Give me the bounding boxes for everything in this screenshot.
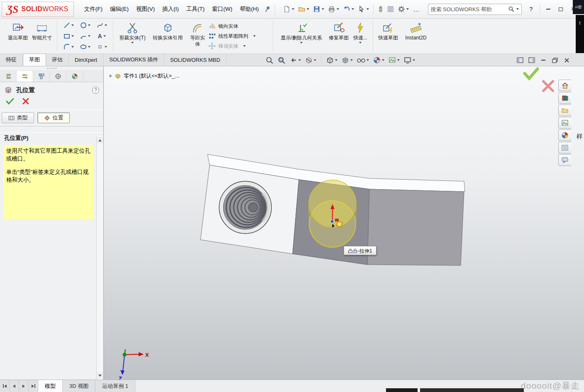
sketch-rectangle-button[interactable] [60,31,77,41]
quick-snaps-button[interactable]: 快速... [351,19,370,53]
section-view-button[interactable] [303,55,318,65]
doc-restore-button[interactable] [551,56,559,64]
instant2d-button[interactable]: Instant2D [400,19,432,53]
repair-sketch-button[interactable]: 修复草图 [327,19,351,53]
view-orientation-button[interactable] [325,55,339,65]
display-style-button[interactable] [340,55,354,65]
menu-help[interactable]: 帮助(H) [236,3,263,15]
dropdown-caret-icon[interactable] [71,35,74,37]
dropdown-caret-icon[interactable] [298,59,301,61]
next-tab-button[interactable] [19,380,29,392]
menu-file[interactable]: 文件(F) [81,3,106,15]
dropdown-caret-icon[interactable] [88,46,90,48]
apply-scene-button[interactable] [387,55,401,65]
dropdown-caret-icon[interactable] [105,24,107,26]
move-entities-button[interactable]: 移动实体 [208,42,270,51]
pin-icon[interactable] [263,5,273,14]
sketch-arc-button[interactable] [77,31,93,41]
dropdown-caret-icon[interactable] [382,59,384,61]
sketch-line-button[interactable] [60,20,77,31]
mirror-entities-button[interactable]: 镜向实体 [208,22,270,31]
tab-solidworks-mbd[interactable]: SOLIDWORKS MBD [164,54,227,66]
taskpane-forum-button[interactable] [558,154,571,166]
toolbar-more-button[interactable]: … [411,6,422,13]
open-button[interactable] [296,4,311,14]
menu-insert[interactable]: 插入(I) [159,3,183,15]
menu-edit[interactable]: 编辑(E) [106,3,132,15]
propertymanager-tab[interactable] [17,71,33,82]
menu-tools[interactable]: 工具(T) [183,3,208,15]
dropdown-caret-icon[interactable] [322,8,324,10]
dropdown-caret-icon[interactable] [105,46,107,48]
tab-evaluate[interactable]: 评估 [46,54,69,66]
rapid-sketch-button[interactable]: 快速草图 [376,19,400,53]
displaymanager-tab[interactable] [66,71,83,82]
tab-solidworks-addins[interactable]: SOLIDWORKS 插件 [103,54,164,66]
tab-motion-study[interactable]: 运动算例 1 [95,380,135,392]
help-button[interactable]: ? [525,4,538,15]
last-tab-button[interactable] [29,380,38,392]
tab-3d-views[interactable]: 3D 视图 [63,380,95,392]
confirm-cancel-icon[interactable] [543,81,553,91]
view-settings-button[interactable] [402,55,416,65]
dropdown-caret-icon[interactable] [337,8,339,10]
part-3d-view[interactable]: X Z [104,66,584,380]
select-cursor-button[interactable] [356,4,371,14]
minimize-button[interactable] [542,4,555,15]
dropdown-caret-icon[interactable] [71,46,74,48]
dropdown-caret-icon[interactable] [413,59,415,61]
scroll-up-button[interactable] [97,137,103,144]
zoom-to-fit-button[interactable] [264,55,275,65]
search-icon[interactable] [508,6,515,12]
offset-entities-button[interactable]: 等距实体 [187,19,208,53]
dropdown-caret-icon[interactable] [397,59,400,61]
menu-window[interactable]: 窗口(W) [208,3,236,15]
cancel-x-button[interactable] [22,98,29,105]
taskpane-resources-button[interactable] [558,80,571,91]
dropdown-caret-icon[interactable] [307,8,309,10]
dimxpertmanager-tab[interactable] [50,71,66,82]
tab-hole-type[interactable]: 类型 [2,112,34,123]
taskpane-file-explorer-button[interactable] [558,105,571,116]
help-search-box[interactable] [428,4,522,15]
graphics-viewport[interactable]: 零件1 (默认<<默认>_... [104,66,584,380]
scroll-down-button[interactable] [97,372,103,379]
new-document-button[interactable] [281,4,296,14]
sketch-spline-button[interactable] [93,20,110,31]
dropdown-caret-icon[interactable] [243,45,246,47]
dropdown-caret-icon[interactable] [314,59,316,61]
dropdown-caret-icon[interactable] [359,42,362,44]
taskpane-view-palette-button[interactable] [558,117,571,129]
dropdown-caret-icon[interactable] [71,24,74,26]
tab-model[interactable]: 模型 [38,380,63,392]
dropdown-caret-icon[interactable] [103,35,106,37]
sketch-circle-button[interactable] [77,20,93,31]
panel-splitter[interactable] [0,66,103,71]
dropdown-caret-icon[interactable] [292,8,294,10]
linear-sketch-pattern-button[interactable]: 线性草图阵列 [208,32,270,41]
dropdown-caret-icon[interactable] [352,8,354,10]
exit-sketch-button[interactable]: 退出草图 [6,19,30,53]
panel-scrollbar[interactable] [96,136,103,380]
rebuild-button[interactable] [376,5,385,14]
part-front-face-right[interactable] [367,189,464,265]
pane-left-icon[interactable] [516,56,524,64]
save-button[interactable] [311,4,326,14]
search-input[interactable] [431,6,508,12]
trim-entities-button[interactable]: 剪裁实体(T) [116,19,149,53]
dropdown-caret-icon[interactable] [88,35,90,37]
dropdown-caret-icon[interactable] [131,42,134,44]
dropdown-caret-icon[interactable] [350,59,353,61]
dropdown-caret-icon[interactable] [367,8,369,10]
sketch-ellipse-button[interactable] [77,41,93,52]
dropdown-caret-icon[interactable] [367,59,369,61]
tab-sketch[interactable]: 草图 [23,54,46,66]
dropdown-caret-icon[interactable] [406,8,409,10]
display-delete-relations-button[interactable]: 显示/删除几何关系 [276,19,327,53]
tab-dimxpert[interactable]: DimXpert [69,54,103,66]
sketch-fillet-button[interactable] [60,41,77,52]
zoom-to-area-button[interactable] [276,55,287,65]
convert-entities-button[interactable]: 转换实体引用 [149,19,187,53]
pane-right-icon[interactable] [528,56,536,64]
options-gear-button[interactable] [396,4,411,14]
